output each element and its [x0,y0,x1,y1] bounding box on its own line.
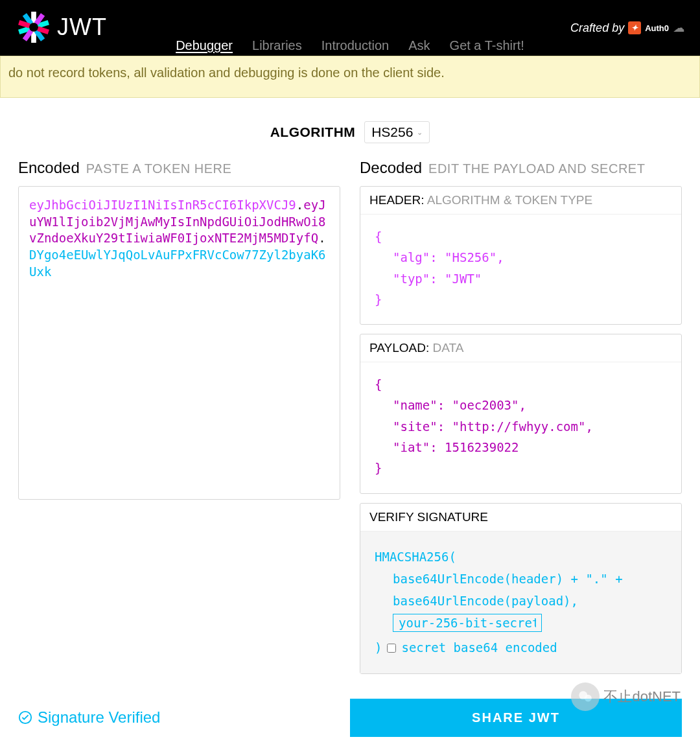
verify-signature-body: HMACSHA256( base64UrlEncode(header) + ".… [360,531,681,673]
algorithm-value: HS256 [371,124,413,140]
verify-box-label: VERIFY SIGNATURE [369,510,488,524]
decoded-title: Decoded [360,159,422,177]
main-nav: Debugger Libraries Introduction Ask Get … [0,38,700,53]
nav-introduction[interactable]: Introduction [321,38,390,53]
payload-box-sub: DATA [433,341,464,355]
auth0-shield-icon: ✦ [628,21,641,34]
decoded-subtitle: EDIT THE PAYLOAD AND SECRET [428,161,645,176]
payload-box-label: PAYLOAD: [369,341,429,355]
header-box: HEADER: ALGORITHM & TOKEN TYPE { "alg": … [360,186,682,325]
encoded-column: Encoded PASTE A TOKEN HERE eyJhbGciOiJIU… [18,159,340,683]
encoded-subtitle: PASTE A TOKEN HERE [86,161,232,176]
encoded-title: Encoded [18,159,80,177]
watermark: 不止dotNET [571,682,681,711]
supported-icon: ☁ [673,21,684,35]
payload-json-editor[interactable]: { "name": "oec2003", "site": "http://fwh… [360,362,681,493]
nav-ask[interactable]: Ask [408,38,430,53]
verify-box: VERIFY SIGNATURE HMACSHA256( base64UrlEn… [360,503,682,674]
secret-base64-checkbox[interactable] [387,644,396,653]
nav-libraries[interactable]: Libraries [252,38,302,53]
check-circle-icon [18,710,32,725]
algorithm-row: ALGORITHM HS256 ⌄ [0,121,700,143]
payload-box: PAYLOAD: DATA { "name": "oec2003", "site… [360,334,682,493]
decoded-column: Decoded EDIT THE PAYLOAD AND SECRET HEAD… [360,159,682,683]
svg-point-12 [585,695,592,702]
token-header-part: eyJhbGciOiJIUzI1NiIsInR5cCI6IkpXVCJ9 [29,198,296,212]
signature-status: Signature Verified [18,708,160,727]
algorithm-label: ALGORITHM [270,124,356,139]
encoded-token-input[interactable]: eyJhbGciOiJIUzI1NiIsInR5cCI6IkpXVCJ9.eyJ… [18,186,340,500]
algorithm-select[interactable]: HS256 ⌄ [364,121,430,143]
warning-banner: do not record tokens, all validation and… [0,56,700,98]
header-box-label: HEADER: [369,193,424,207]
token-signature-part: DYgo4eEUwlYJqQoLvAuFPxFRVcCow77Zyl2byaK6… [29,248,326,279]
header-json-editor[interactable]: { "alg": "HS256", "typ": "JWT" } [360,215,681,324]
wechat-icon [571,682,600,711]
watermark-text: 不止dotNET [603,687,681,706]
header-box-sub: ALGORITHM & TOKEN TYPE [427,193,593,207]
chevron-down-icon: ⌄ [417,128,423,137]
brand-text: JWT [57,14,107,41]
secret-base64-label: secret base64 encoded [401,636,557,659]
top-header: JWT Crafted by ✦ Auth0 ☁ Debugger Librar… [0,0,700,56]
signature-status-text: Signature Verified [38,708,160,727]
auth0-text: Auth0 [645,23,669,33]
crafted-by[interactable]: Crafted by ✦ Auth0 ☁ [570,21,684,35]
nav-tshirt[interactable]: Get a T-shirt! [450,38,524,53]
nav-debugger[interactable]: Debugger [176,38,233,53]
secret-input[interactable] [393,614,542,632]
crafted-label: Crafted by [570,21,624,35]
